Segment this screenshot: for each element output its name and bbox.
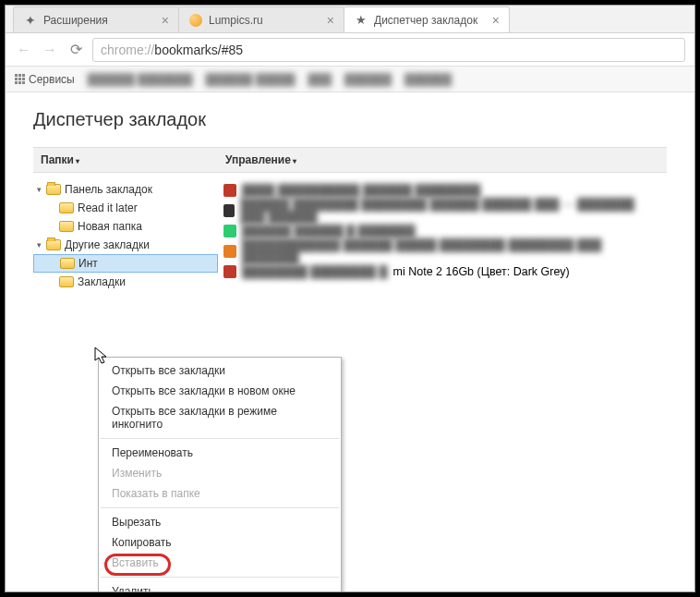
tree-bookmarks-bar[interactable]: ▾ Панель закладок: [33, 180, 218, 199]
cm-edit: Изменить: [99, 463, 341, 483]
context-menu: Открыть все закладки Открыть все закладк…: [98, 357, 342, 591]
cm-cut[interactable]: Вырезать: [99, 512, 341, 532]
page-title: Диспетчер закладок: [33, 109, 667, 130]
tab-bookmarks-manager[interactable]: ★ Диспетчер закладок ×: [344, 6, 510, 32]
star-icon: ★: [354, 13, 368, 28]
favicon: [223, 245, 236, 258]
bookmarks-bar: Сервисы ██████ ███████ ██████ █████ ███ …: [6, 67, 694, 92]
close-icon[interactable]: ×: [327, 13, 334, 28]
bookmark-item[interactable]: ██████ ███████: [88, 73, 193, 86]
list-item[interactable]: ██████ ████████ ████████ ██████ ██████ █…: [218, 201, 667, 221]
close-icon[interactable]: ×: [492, 13, 500, 28]
bookmark-item[interactable]: ██████ █████: [206, 73, 296, 86]
tab-label: Lumpics.ru: [209, 14, 263, 27]
separator: [101, 507, 339, 508]
twisty-icon[interactable]: ▾: [37, 185, 46, 194]
columns-header: Папки Управление: [33, 147, 667, 173]
folder-icon: [59, 202, 74, 213]
url-path: bookmarks/#85: [154, 43, 243, 57]
forward-button[interactable]: →: [41, 41, 59, 59]
address-bar[interactable]: chrome://bookmarks/#85: [92, 38, 685, 62]
toolbar: ← → ⟳ chrome://bookmarks/#85: [6, 33, 694, 67]
reload-button[interactable]: ⟳: [66, 41, 85, 59]
folder-icon: [59, 221, 74, 232]
tree-new-folder[interactable]: Новая папка: [33, 217, 218, 236]
tree-int-folder[interactable]: Инт: [33, 254, 218, 273]
separator: [101, 577, 339, 578]
folders-header[interactable]: Папки: [33, 153, 218, 166]
tree-label: Закладки: [78, 275, 126, 288]
separator: [101, 438, 339, 439]
bookmark-title: ████████████ ██████ █████ ████████ █████…: [242, 238, 661, 264]
cursor-icon: [94, 347, 109, 365]
tree-label: Инт: [78, 257, 98, 270]
puzzle-icon: ✦: [23, 13, 38, 28]
cm-delete[interactable]: Удалить: [99, 581, 341, 591]
twisty-icon[interactable]: ▾: [37, 240, 46, 250]
bookmark-item[interactable]: ███: [308, 73, 332, 86]
url-protocol: chrome://: [101, 43, 154, 57]
favicon: [223, 184, 236, 197]
list-item[interactable]: ████████ ████████ █ mi Note 2 16Gb (Цвет…: [218, 262, 667, 282]
cm-rename[interactable]: Переименовать: [99, 443, 341, 463]
cm-open-all-incognito[interactable]: Открыть все закладки в режиме инкогнито: [99, 401, 341, 434]
apps-label: Сервисы: [29, 73, 75, 86]
tab-lumpics[interactable]: Lumpics.ru ×: [178, 6, 344, 32]
cm-show-in-folder: Показать в папке: [99, 483, 341, 504]
folder-icon: [60, 258, 75, 269]
favicon: [223, 225, 236, 238]
tree-label: Другие закладки: [65, 238, 150, 251]
bookmark-title: ██████ ████████ ████████ ██████ ██████ █…: [240, 198, 661, 224]
bookmark-item[interactable]: ██████: [404, 73, 452, 86]
manage-header[interactable]: Управление: [218, 153, 667, 166]
cm-copy[interactable]: Копировать: [99, 532, 341, 553]
bookmark-item[interactable]: ██████: [344, 73, 392, 86]
cm-open-all[interactable]: Открыть все закладки: [99, 360, 341, 381]
bookmark-title-partial: ████████ ████████ █: [242, 265, 388, 278]
tab-label: Диспетчер закладок: [374, 14, 477, 27]
favicon: [223, 204, 235, 217]
apps-icon: [15, 74, 25, 84]
browser-window: ✦ Расширения × Lumpics.ru × ★ Диспетчер …: [5, 5, 695, 592]
folder-icon: [59, 276, 74, 287]
tab-label: Расширения: [43, 14, 108, 27]
bookmark-title: ████ ██████████ ██████ ████████: [242, 184, 480, 197]
tree-label: Новая папка: [78, 220, 142, 233]
apps-shortcut[interactable]: Сервисы: [15, 73, 75, 86]
cm-open-all-new-window[interactable]: Открыть все закладки в новом окне: [99, 381, 341, 401]
folder-icon: [46, 184, 61, 195]
bookmark-title-visible: mi Note 2 16Gb (Цвет: Dark Grey): [393, 265, 570, 278]
favicon: [223, 265, 236, 278]
tree-read-later[interactable]: Read it later: [33, 199, 218, 217]
cm-paste: Вставить: [99, 553, 341, 573]
list-item[interactable]: ████████████ ██████ █████ ████████ █████…: [218, 241, 667, 262]
tree-label: Read it later: [78, 201, 138, 214]
folder-icon: [46, 239, 61, 250]
back-button[interactable]: ←: [15, 41, 33, 59]
close-icon[interactable]: ×: [162, 13, 169, 28]
tree-zakladki-folder[interactable]: Закладки: [33, 273, 218, 291]
tab-strip: ✦ Расширения × Lumpics.ru × ★ Диспетчер …: [6, 6, 694, 33]
tree-other-bookmarks[interactable]: ▾ Другие закладки: [33, 236, 218, 254]
page-content: Диспетчер закладок Папки Управление ▾ Па…: [6, 92, 694, 591]
tab-extensions[interactable]: ✦ Расширения ×: [13, 6, 179, 32]
site-icon: [188, 13, 203, 28]
tree-label: Панель закладок: [65, 183, 152, 196]
bookmark-title: ██████ ██████ █ ███████: [242, 225, 416, 238]
